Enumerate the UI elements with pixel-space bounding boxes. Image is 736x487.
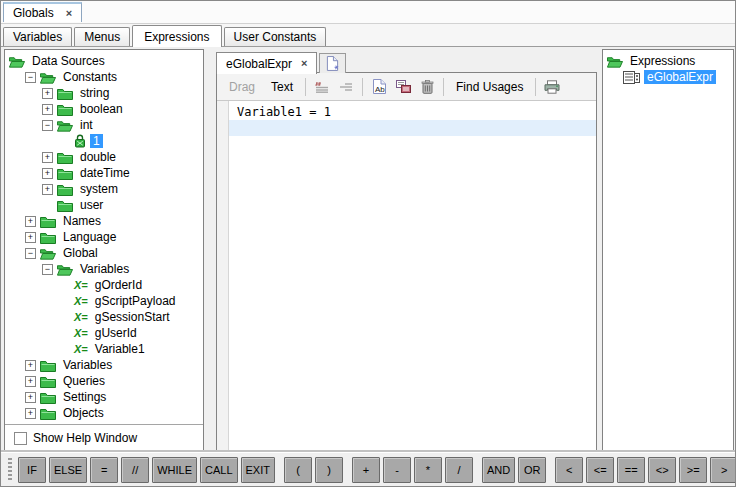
delete-button[interactable] <box>415 76 439 97</box>
data-sources-tree: Data Sources − Constants + string + bool… <box>5 50 203 424</box>
op-divide-button[interactable]: / <box>445 457 473 483</box>
op-call-button[interactable]: CALL <box>200 457 238 483</box>
tree-item-constants[interactable]: − Constants <box>5 69 203 85</box>
tree-item-string[interactable]: + string <box>5 85 203 101</box>
toolbar-grip-handle[interactable] <box>8 458 12 482</box>
expander-plus-icon[interactable]: + <box>25 216 36 227</box>
print-button[interactable] <box>540 76 564 97</box>
editor-tab-eglobalexpr[interactable]: eGlobalExpr × <box>216 52 317 74</box>
document-tab-globals[interactable]: Globals × <box>3 2 82 22</box>
rename-button[interactable] <box>367 76 391 97</box>
tab-user-constants[interactable]: User Constants <box>224 27 327 46</box>
align-lines-button[interactable] <box>334 76 358 97</box>
expressions-panel: Expressions eGlobalExpr <box>602 49 734 452</box>
tree-item-queries[interactable]: + Queries <box>5 373 203 389</box>
expander-plus-icon[interactable]: + <box>42 152 53 163</box>
tab-label: User Constants <box>234 30 317 44</box>
op-comment-button[interactable]: // <box>121 457 149 483</box>
tree-item-gsessionstart[interactable]: X= gSessionStart <box>5 309 203 325</box>
expander-plus-icon[interactable]: + <box>25 360 36 371</box>
tab-menus[interactable]: Menus <box>74 27 130 46</box>
data-sources-panel: Data Sources − Constants + string + bool… <box>4 49 204 452</box>
tree-item-variables[interactable]: + Variables <box>5 357 203 373</box>
expander-minus-icon[interactable]: − <box>42 120 53 131</box>
text-mode-button[interactable]: Text <box>263 80 301 94</box>
expander-minus-icon[interactable]: − <box>42 264 53 275</box>
close-tab-icon[interactable]: × <box>66 8 72 19</box>
close-tab-icon[interactable]: × <box>301 58 307 69</box>
tree-item-names[interactable]: + Names <box>5 213 203 229</box>
tree-item-global-variables[interactable]: − Variables <box>5 261 203 277</box>
tree-item-gorderid[interactable]: X= gOrderId <box>5 277 203 293</box>
tree-item-boolean[interactable]: + boolean <box>5 101 203 117</box>
drag-mode-button[interactable]: Drag <box>221 80 263 94</box>
tree-item-constant-1[interactable]: 1 <box>5 133 203 149</box>
tree-item-int[interactable]: − int <box>5 117 203 133</box>
expander-plus-icon[interactable]: + <box>25 392 36 403</box>
op-paren-open-button[interactable]: ( <box>284 457 312 483</box>
new-expression-tab[interactable] <box>319 53 346 73</box>
folder-closed-icon <box>40 359 56 372</box>
show-help-label: Show Help Window <box>33 431 137 445</box>
op-assign-button[interactable]: = <box>90 457 118 483</box>
tree-item-variable1[interactable]: X= Variable1 <box>5 341 203 357</box>
tab-expressions[interactable]: Expressions <box>132 25 221 47</box>
op-not-equal-button[interactable]: <> <box>648 457 676 483</box>
expander-plus-icon[interactable]: + <box>42 104 53 115</box>
op-less-equal-button[interactable]: <= <box>586 457 614 483</box>
tree-item-data-sources[interactable]: Data Sources <box>5 53 203 69</box>
tree-item-label: Language <box>60 230 119 244</box>
tree-item-label: Queries <box>60 374 108 388</box>
tree-item-objects[interactable]: + Objects <box>5 405 203 421</box>
expander-plus-icon[interactable]: + <box>42 184 53 195</box>
expander-plus-icon[interactable]: + <box>42 88 53 99</box>
replace-button[interactable] <box>391 76 415 97</box>
op-paren-close-button[interactable]: ) <box>315 457 343 483</box>
op-equal-button[interactable]: == <box>617 457 645 483</box>
tree-item-datetime[interactable]: + dateTime <box>5 165 203 181</box>
find-usages-button[interactable]: Find Usages <box>448 80 531 94</box>
show-help-checkbox[interactable] <box>14 432 27 445</box>
op-less-button[interactable]: < <box>555 457 583 483</box>
tree-item-gscriptpayload[interactable]: X= gScriptPayload <box>5 293 203 309</box>
op-while-button[interactable]: WHILE <box>152 457 197 483</box>
expander-plus-icon[interactable]: + <box>25 408 36 419</box>
expander-minus-icon[interactable]: − <box>25 72 36 83</box>
code-line[interactable]: Variable1 = 1 <box>229 104 596 120</box>
tree-item-label-selected: eGlobalExpr <box>644 70 716 84</box>
toolbar-separator <box>535 78 536 96</box>
tree-item-label: Constants <box>60 70 120 84</box>
tree-item-double[interactable]: + double <box>5 149 203 165</box>
tree-item-label: Names <box>60 214 104 228</box>
op-multiply-button[interactable]: * <box>414 457 442 483</box>
op-greater-equal-button[interactable]: >= <box>679 457 707 483</box>
op-plus-button[interactable]: + <box>352 457 380 483</box>
tree-item-eglobalexpr[interactable]: eGlobalExpr <box>603 69 733 85</box>
line-numbers-button[interactable] <box>310 76 334 97</box>
expander-plus-icon[interactable]: + <box>25 232 36 243</box>
op-else-button[interactable]: ELSE <box>49 457 87 483</box>
tree-item-system[interactable]: + system <box>5 181 203 197</box>
op-greater-button[interactable]: > <box>710 457 736 483</box>
tree-item-label: Expressions <box>627 54 698 68</box>
op-exit-button[interactable]: EXIT <box>241 457 275 483</box>
op-if-button[interactable]: IF <box>18 457 46 483</box>
tab-variables[interactable]: Variables <box>3 27 72 46</box>
op-and-button[interactable]: AND <box>482 457 515 483</box>
code-editor[interactable]: Variable1 = 1 <box>217 101 596 451</box>
tree-item-label: user <box>77 198 106 212</box>
tree-item-user[interactable]: user <box>5 197 203 213</box>
tree-item-global[interactable]: − Global <box>5 245 203 261</box>
expander-plus-icon[interactable]: + <box>42 168 53 179</box>
op-or-button[interactable]: OR <box>518 457 546 483</box>
expander-minus-icon[interactable]: − <box>25 248 36 259</box>
tree-item-settings[interactable]: + Settings <box>5 389 203 405</box>
tab-label: Menus <box>84 30 120 44</box>
variable-icon: X= <box>74 279 88 291</box>
tree-item-guserid[interactable]: X= gUserId <box>5 325 203 341</box>
tree-item-language[interactable]: + Language <box>5 229 203 245</box>
op-minus-button[interactable]: - <box>383 457 411 483</box>
tree-item-expressions-root[interactable]: Expressions <box>603 53 733 69</box>
expander-plus-icon[interactable]: + <box>25 376 36 387</box>
current-line-highlight[interactable] <box>229 120 596 136</box>
